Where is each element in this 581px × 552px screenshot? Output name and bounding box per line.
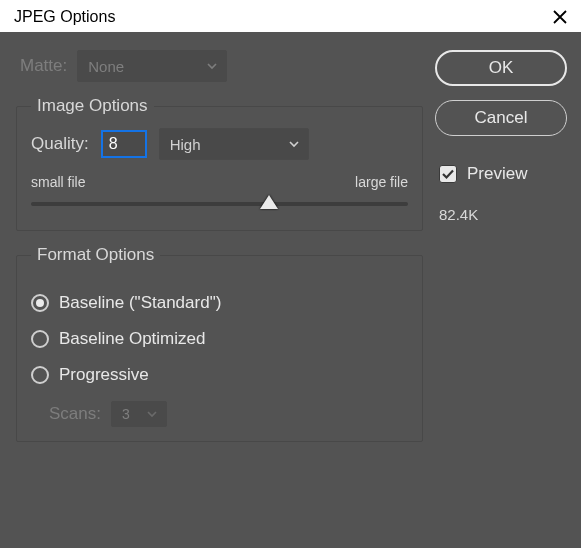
preview-checkbox-row[interactable]: Preview bbox=[435, 164, 567, 184]
dialog-body: Matte: None Image Options Quality: High bbox=[0, 32, 581, 548]
preview-checkbox[interactable] bbox=[439, 165, 457, 183]
ok-button[interactable]: OK bbox=[435, 50, 567, 86]
quality-row: Quality: High bbox=[31, 128, 408, 160]
chevron-down-icon bbox=[288, 138, 300, 150]
quality-label: Quality: bbox=[31, 134, 89, 154]
radio-icon bbox=[31, 366, 49, 384]
right-column: OK Cancel Preview 82.4K bbox=[431, 46, 571, 538]
quality-input[interactable] bbox=[101, 130, 147, 158]
image-options-group: Image Options Quality: High small file l… bbox=[16, 96, 423, 231]
titlebar: JPEG Options bbox=[0, 0, 581, 32]
format-radio-2[interactable]: Progressive bbox=[31, 365, 408, 385]
quality-preset-value: High bbox=[170, 136, 201, 153]
radio-icon bbox=[31, 294, 49, 312]
slider-track bbox=[31, 202, 408, 206]
chevron-down-icon bbox=[206, 60, 218, 72]
quality-slider[interactable] bbox=[31, 192, 408, 216]
format-options-group: Format Options Baseline ("Standard")Base… bbox=[16, 245, 423, 442]
slider-labels: small file large file bbox=[31, 174, 408, 190]
close-icon[interactable] bbox=[551, 8, 569, 26]
radio-label: Progressive bbox=[59, 365, 149, 385]
image-options-legend: Image Options bbox=[31, 96, 154, 116]
quality-preset-select[interactable]: High bbox=[159, 128, 309, 160]
scans-select: 3 bbox=[111, 401, 167, 427]
left-column: Matte: None Image Options Quality: High bbox=[10, 46, 431, 538]
format-options-legend: Format Options bbox=[31, 245, 160, 265]
preview-label: Preview bbox=[467, 164, 527, 184]
matte-row: Matte: None bbox=[16, 50, 423, 82]
slider-thumb[interactable] bbox=[260, 195, 278, 209]
radio-label: Baseline Optimized bbox=[59, 329, 205, 349]
scans-row: Scans: 3 bbox=[31, 401, 408, 427]
matte-select: None bbox=[77, 50, 227, 82]
radio-label: Baseline ("Standard") bbox=[59, 293, 221, 313]
radio-icon bbox=[31, 330, 49, 348]
matte-label: Matte: bbox=[20, 56, 67, 76]
chevron-down-icon bbox=[146, 408, 158, 420]
slider-max-label: large file bbox=[355, 174, 408, 190]
file-size-text: 82.4K bbox=[435, 206, 567, 223]
slider-min-label: small file bbox=[31, 174, 85, 190]
scans-value: 3 bbox=[122, 406, 130, 422]
jpeg-options-dialog: JPEG Options Matte: None Image Options Q… bbox=[0, 0, 581, 548]
cancel-button[interactable]: Cancel bbox=[435, 100, 567, 136]
format-radio-0[interactable]: Baseline ("Standard") bbox=[31, 293, 408, 313]
format-radio-1[interactable]: Baseline Optimized bbox=[31, 329, 408, 349]
matte-select-value: None bbox=[88, 58, 124, 75]
scans-label: Scans: bbox=[49, 404, 101, 424]
dialog-title: JPEG Options bbox=[14, 8, 115, 26]
